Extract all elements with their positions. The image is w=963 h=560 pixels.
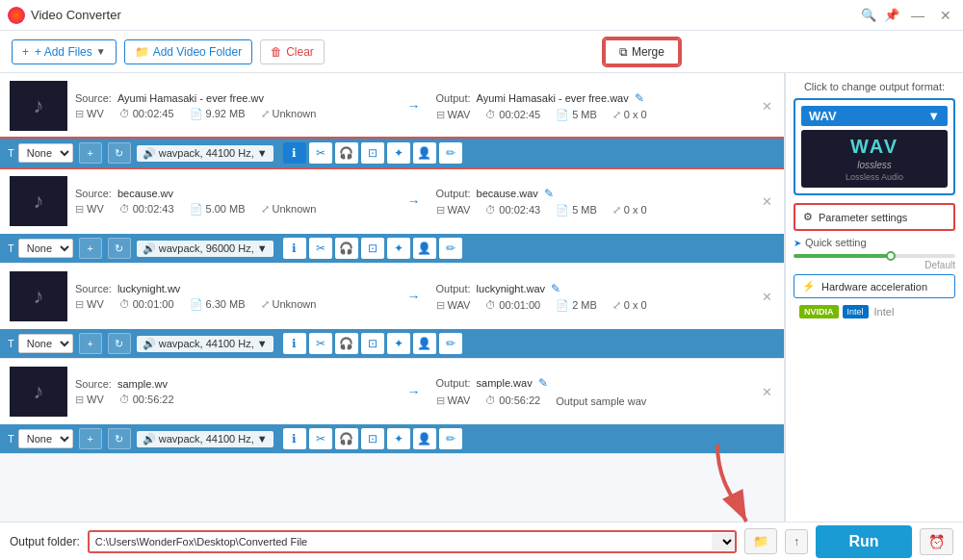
subtitle-select-2[interactable]: T None xyxy=(8,239,73,258)
nvidia-badge: NVIDIA xyxy=(799,305,839,318)
audio-tool-btn-1[interactable]: 🎧 xyxy=(335,142,358,164)
watermark-tool-btn-4[interactable]: 👤 xyxy=(413,428,436,449)
cut-tool-btn-4[interactable]: ✂ xyxy=(309,428,332,449)
enhance-tool-btn-1[interactable]: ✦ xyxy=(387,142,410,164)
output-folder-label: Output folder: xyxy=(10,535,80,548)
tool-group-2: ℹ ✂ 🎧 ⊡ ✦ 👤 ✏ xyxy=(283,238,462,259)
file-output-4: Output: sample.wav ✎ ⊟WAV ⏱00:56:22 Outp… xyxy=(436,376,753,407)
merge-button[interactable]: ⧉ Merge xyxy=(604,38,680,65)
enhance-tool-btn-4[interactable]: ✦ xyxy=(387,428,410,449)
subtitle-select-4[interactable]: T None xyxy=(8,429,73,448)
watermark-tool-btn-3[interactable]: 👤 xyxy=(413,333,436,354)
file-row-4: ♪ Source: sample.wv ⊟WV ⏱00:56:22 → xyxy=(0,359,784,424)
clear-button[interactable]: 🗑 Clear xyxy=(260,39,325,64)
tool-group-1: ℹ ✂ 🎧 ⊡ ✦ 👤 ✏ xyxy=(283,142,462,164)
folder-icon: 📁 xyxy=(135,45,149,59)
window-controls: 🔍 📌 — ✕ xyxy=(861,8,955,23)
rotate-btn-2[interactable]: ↻ xyxy=(108,238,131,259)
wav-text: WAV xyxy=(850,136,898,158)
output-folder-input[interactable] xyxy=(90,532,735,551)
quality-slider[interactable]: Default xyxy=(794,254,955,270)
close-file-3[interactable]: ✕ xyxy=(760,288,774,306)
info-tool-btn-4[interactable]: ℹ xyxy=(283,428,306,449)
audio-select-4[interactable]: 🔊 wavpack, 44100 Hz, ▼ xyxy=(137,431,273,447)
output-path-input-wrap xyxy=(88,530,737,553)
info-tool-btn-1[interactable]: ℹ xyxy=(283,142,306,164)
edit-tool-btn-2[interactable]: ✏ xyxy=(439,238,462,259)
crop-tool-btn-3[interactable]: ⊡ xyxy=(361,333,384,354)
lossless-sub: Lossless Audio xyxy=(846,172,903,182)
audio-icon-3: 🔊 xyxy=(143,338,156,350)
source-name-4: sample.wv xyxy=(117,378,168,390)
cut-tool-btn-2[interactable]: ✂ xyxy=(309,238,332,259)
search-icon[interactable]: 🔍 xyxy=(861,8,876,23)
browse-folder-button[interactable]: 📁 xyxy=(744,528,777,554)
trash-icon: 🗑 xyxy=(271,45,282,59)
add-folder-button[interactable]: 📁 Add Video Folder xyxy=(124,39,253,64)
info-tool-btn-2[interactable]: ℹ xyxy=(283,238,306,259)
add-subtitle-btn-2[interactable]: + xyxy=(79,238,102,259)
output-path-select[interactable] xyxy=(712,533,735,550)
close-btn[interactable]: ✕ xyxy=(936,8,955,23)
arrow-1: → xyxy=(400,98,429,114)
parameter-settings-button[interactable]: ⚙ Parameter settings xyxy=(794,203,955,231)
cut-tool-btn-3[interactable]: ✂ xyxy=(309,333,332,354)
rotate-btn-1[interactable]: ↻ xyxy=(108,142,131,164)
cut-tool-btn-1[interactable]: ✂ xyxy=(309,142,332,164)
add-subtitle-btn-1[interactable]: + xyxy=(79,142,102,164)
edit-output-icon-2[interactable]: ✎ xyxy=(544,187,554,200)
title-bar: Video Converter 🔍 📌 — ✕ xyxy=(0,0,963,31)
audio-tool-btn-4[interactable]: 🎧 xyxy=(335,428,358,449)
subtitle-dropdown-4[interactable]: None xyxy=(18,429,73,448)
hw-icon: ⚡ xyxy=(802,280,816,293)
hardware-acceleration-button[interactable]: ⚡ Hardware acceleration xyxy=(794,274,955,298)
pin-icon[interactable]: 📌 xyxy=(884,8,899,23)
run-button[interactable]: Run xyxy=(816,525,912,558)
edit-tool-btn-3[interactable]: ✏ xyxy=(439,333,462,354)
rotate-btn-4[interactable]: ↻ xyxy=(108,428,131,449)
bottom-bar: Output folder: 📁 ↑ Run ⏰ xyxy=(0,522,963,560)
crop-tool-btn-4[interactable]: ⊡ xyxy=(361,428,384,449)
edit-tool-btn-1[interactable]: ✏ xyxy=(439,142,462,164)
add-files-button[interactable]: + + Add Files ▼ xyxy=(12,39,117,64)
rotate-btn-3[interactable]: ↻ xyxy=(108,333,131,354)
quick-setting-label: Quick setting xyxy=(794,237,955,248)
close-file-2[interactable]: ✕ xyxy=(760,192,774,211)
gpu-options: NVIDIA Intel Intel xyxy=(794,302,955,321)
output-path-field[interactable] xyxy=(90,532,712,551)
close-file-1[interactable]: ✕ xyxy=(760,97,774,115)
info-tool-btn-3[interactable]: ℹ xyxy=(283,333,306,354)
enhance-tool-btn-3[interactable]: ✦ xyxy=(387,333,410,354)
close-file-4[interactable]: ✕ xyxy=(760,383,774,401)
subtitle-dropdown-3[interactable]: None xyxy=(18,334,73,353)
audio-tool-btn-2[interactable]: 🎧 xyxy=(335,238,358,259)
audio-select-1[interactable]: 🔊 wavpack, 44100 Hz, ▼ xyxy=(137,145,273,162)
file-output-3: Output: luckynight.wav ✎ ⊟WAV ⏱00:01:00 … xyxy=(436,282,753,312)
subtitle-select-3[interactable]: T None xyxy=(8,334,73,353)
export-button[interactable]: ↑ xyxy=(785,529,808,554)
audio-tool-btn-3[interactable]: 🎧 xyxy=(335,333,358,354)
audio-select-2[interactable]: 🔊 wavpack, 96000 Hz, ▼ xyxy=(137,241,273,257)
watermark-tool-btn-2[interactable]: 👤 xyxy=(413,238,436,259)
add-subtitle-btn-4[interactable]: + xyxy=(79,428,102,449)
file-toolbar-3: T None + ↻ 🔊 wavpack, 44100 Hz, ▼ ℹ ✂ 🎧 … xyxy=(0,329,784,358)
crop-tool-btn-2[interactable]: ⊡ xyxy=(361,238,384,259)
file-info-1: Source: Ayumi Hamasaki - ever free.wv ⊟W… xyxy=(75,92,392,120)
subtitle-dropdown-2[interactable]: None xyxy=(18,239,73,258)
enhance-tool-btn-2[interactable]: ✦ xyxy=(387,238,410,259)
crop-tool-btn-1[interactable]: ⊡ xyxy=(361,142,384,164)
subtitle-select-1[interactable]: T None xyxy=(8,143,73,163)
edit-output-icon-3[interactable]: ✎ xyxy=(551,282,560,295)
file-thumb-3: ♪ xyxy=(10,271,67,321)
alarm-button[interactable]: ⏰ xyxy=(920,528,953,555)
audio-select-3[interactable]: 🔊 wavpack, 44100 Hz, ▼ xyxy=(137,336,273,352)
subtitle-dropdown-1[interactable]: None xyxy=(18,143,73,163)
watermark-tool-btn-1[interactable]: 👤 xyxy=(413,142,436,164)
edit-tool-btn-4[interactable]: ✏ xyxy=(439,428,462,449)
minimize-btn[interactable]: — xyxy=(907,8,928,23)
edit-output-icon-4[interactable]: ✎ xyxy=(538,376,548,390)
add-subtitle-btn-3[interactable]: + xyxy=(79,333,102,354)
format-box[interactable]: WAV ▼ WAV lossless Lossless Audio xyxy=(794,98,955,195)
file-info-3: Source: luckynight.wv ⊟WV ⏱00:01:00 📄6.3… xyxy=(75,283,392,311)
edit-output-icon-1[interactable]: ✎ xyxy=(635,91,644,105)
